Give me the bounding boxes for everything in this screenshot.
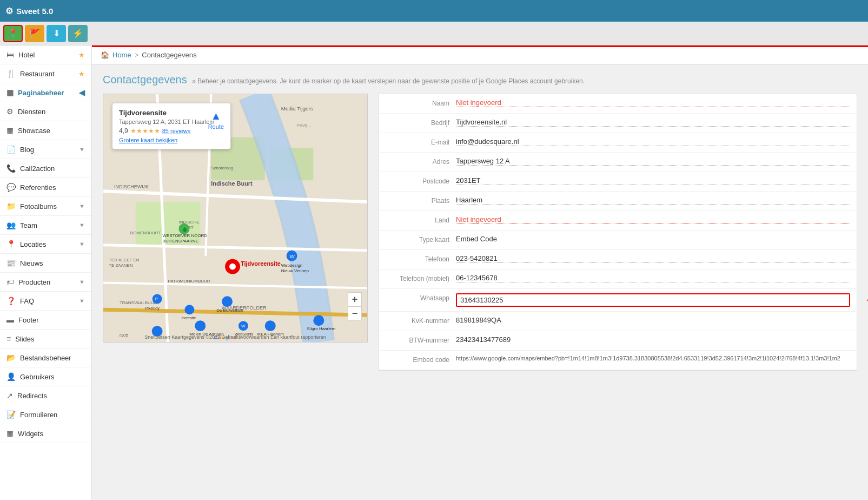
stars-icon: ★★★★★ — [130, 127, 160, 135]
redirects-icon: ↗ — [6, 391, 13, 400]
map-container[interactable]: INDISCHEWIJK BOMENBUURT INDISCHE BUURT T… — [103, 94, 368, 343]
svg-text:INDISCHE: INDISCHE — [178, 220, 199, 225]
showcase-icon: ▦ — [6, 126, 14, 135]
svg-text:BOMENBUURT: BOMENBUURT — [130, 231, 161, 235]
sidebar-item-footer[interactable]: ▬ Footer — [0, 311, 91, 330]
info-row-land: Land Niet ingevoerd — [379, 211, 857, 231]
value-typekaart: Embed Code — [456, 235, 850, 243]
svg-text:PATRIMONIUMBUUR: PATRIMONIUMBUUR — [168, 279, 210, 284]
sidebar: 🛏 Hotel ★ 🍴 Restaurant ★ ▦ Paginabeheer … — [0, 45, 92, 500]
sidebar-item-blog[interactable]: 📄 Blog ▼ — [0, 140, 91, 159]
sidebar-item-locaties[interactable]: 📍 Locaties ▼ — [0, 235, 91, 254]
label-bedrijf: Bedrijf — [386, 118, 456, 127]
value-telefoon-mobiel: 06-12345678 — [456, 274, 850, 282]
chevron-down-icon: ▼ — [79, 241, 85, 247]
sidebar-item-label: Slides — [15, 335, 34, 343]
info-row-bedrijf: Bedrijf Tijdvoreensite.nl — [379, 114, 857, 133]
map-watermark: Sneltoetsen Kaartgegevens ©2023 Gebruiks… — [144, 334, 326, 340]
chevron-down-icon: ▼ — [79, 298, 85, 304]
svg-point-20 — [229, 264, 236, 270]
zoom-in-button[interactable]: + — [348, 292, 362, 306]
sidebar-item-fotoalbums[interactable]: 📁 Fotoalbums ▼ — [0, 197, 91, 216]
value-btw: 23423413477689 — [456, 335, 850, 344]
label-telefoon: Telefoon — [386, 254, 456, 263]
producten-icon: 🏷 — [6, 278, 14, 286]
sidebar-item-call2action[interactable]: 📞 Call2action — [0, 159, 91, 178]
chevron-down-icon: ▼ — [79, 203, 85, 209]
label-telefoon-mobiel: Telefoon (mobiel) — [386, 274, 456, 282]
sidebar-item-label: Bestandsbeheer — [20, 354, 71, 362]
svg-text:r105: r105 — [120, 333, 128, 338]
info-panel-wrapper: Naam Niet ingevoerd Bedrijf Tijdvoreensi… — [379, 94, 857, 371]
sidebar-item-gebruikers[interactable]: 👤 Gebruikers — [0, 367, 91, 386]
sidebar-item-hotel[interactable]: 🛏 Hotel ★ — [0, 45, 91, 64]
sidebar-item-faq[interactable]: ❓ FAQ ▼ — [0, 292, 91, 311]
info-row-typekaart: Type kaart Embed Code — [379, 231, 857, 250]
svg-text:P: P — [155, 297, 158, 301]
diensten-icon: ⚙ — [6, 107, 14, 116]
sidebar-item-label: Call2action — [20, 165, 55, 173]
label-typekaart: Type kaart — [386, 235, 456, 244]
page-content: Contactgegevens » Beheer je contactgegev… — [92, 65, 868, 379]
sidebar-item-redirects[interactable]: ↗ Redirects — [0, 386, 91, 405]
hotel-icon: 🛏 — [6, 50, 14, 59]
sidebar-item-referenties[interactable]: 💬 Referenties — [0, 178, 91, 197]
sidebar-item-producten[interactable]: 🏷 Producten ▼ — [0, 273, 91, 292]
breadcrumb-separator: > — [135, 51, 139, 59]
sidebar-item-label: Footer — [18, 316, 39, 324]
home-icon: 🏠 — [101, 51, 109, 59]
sidebar-item-label: Locaties — [20, 240, 46, 248]
bigger-map-link[interactable]: Grotere kaart bekijken — [119, 137, 224, 143]
value-kvk: 819819849QA — [456, 316, 850, 324]
sidebar-item-team[interactable]: 👥 Team ▼ — [0, 216, 91, 235]
value-telefoon: 023-5420821 — [456, 254, 850, 263]
sidebar-item-paginabeheer[interactable]: ▦ Paginabeheer ◀ — [0, 83, 91, 102]
label-kvk: KvK-nummer — [386, 316, 456, 325]
sidebar-item-label: Paginabeheer — [18, 89, 64, 97]
share-button[interactable]: ⚡ — [68, 25, 88, 42]
svg-text:TE ZAANEN: TE ZAANEN — [109, 263, 133, 268]
sidebar-item-label: Blog — [20, 146, 34, 154]
sidebar-item-label: FAQ — [20, 297, 34, 305]
whatsapp-arrow-annotation — [862, 292, 868, 308]
sidebar-item-formulieren[interactable]: 📝 Formulieren — [0, 405, 91, 424]
route-button[interactable]: ▲ Route — [208, 110, 224, 130]
slides-icon: ≡ — [6, 334, 11, 343]
sidebar-item-nieuws[interactable]: 📰 Nieuws — [0, 254, 91, 273]
referenties-icon: 💬 — [6, 183, 16, 192]
value-bedrijf: Tijdvoreensite.nl — [456, 118, 850, 127]
sidebar-item-label: Restaurant — [20, 70, 55, 78]
two-col-layout: INDISCHEWIJK BOMENBUURT INDISCHE BUURT T… — [103, 94, 857, 371]
map-controls: + − — [348, 292, 362, 320]
info-row-postcode: Postcode 2031ET — [379, 172, 857, 192]
svg-text:Schoteroag: Schoteroag — [211, 166, 233, 170]
breadcrumb: 🏠 Home > Contactgegevens — [92, 45, 868, 65]
svg-text:De Bolwerken: De Bolwerken — [216, 308, 243, 313]
svg-text:WESTOEVER NOORD: WESTOEVER NOORD — [163, 233, 208, 238]
team-icon: 👥 — [6, 221, 16, 229]
label-whatsapp: Whatsapp — [386, 293, 456, 302]
sidebar-item-showcase[interactable]: ▦ Showcase — [0, 121, 91, 140]
star-icon: ★ — [78, 70, 85, 78]
sidebar-item-bestandsbeheer[interactable]: 📂 Bestandsbeheer — [0, 348, 91, 367]
zoom-out-button[interactable]: − — [348, 306, 362, 320]
download-button[interactable]: ⬇ — [47, 25, 66, 42]
breadcrumb-home[interactable]: Home — [112, 51, 131, 59]
sidebar-item-label: Referenties — [20, 183, 56, 192]
reviews-link[interactable]: 85 reviews — [162, 128, 191, 134]
route-label: Route — [208, 123, 224, 130]
sidebar-item-slides[interactable]: ≡ Slides — [0, 330, 91, 348]
sidebar-item-label: Fotoalbums — [20, 202, 57, 210]
sidebar-item-label: Nieuws — [20, 259, 43, 267]
page-header: Contactgegevens » Beheer je contactgegev… — [103, 74, 857, 86]
svg-point-34 — [313, 315, 324, 326]
info-row-naam: Naam Niet ingevoerd — [379, 94, 857, 114]
sidebar-item-restaurant[interactable]: 🍴 Restaurant ★ — [0, 64, 91, 83]
location-button[interactable]: 📍 — [3, 25, 23, 42]
sidebar-item-widgets[interactable]: ▦ Widgets — [0, 424, 91, 443]
sidebar-item-diensten[interactable]: ⚙ Diensten — [0, 102, 91, 121]
value-land: Niet ingevoerd — [456, 215, 850, 224]
flag-button[interactable]: 🚩 — [25, 25, 44, 42]
svg-text:W: W — [290, 253, 295, 259]
paginabeheer-icon: ▦ — [6, 88, 14, 97]
